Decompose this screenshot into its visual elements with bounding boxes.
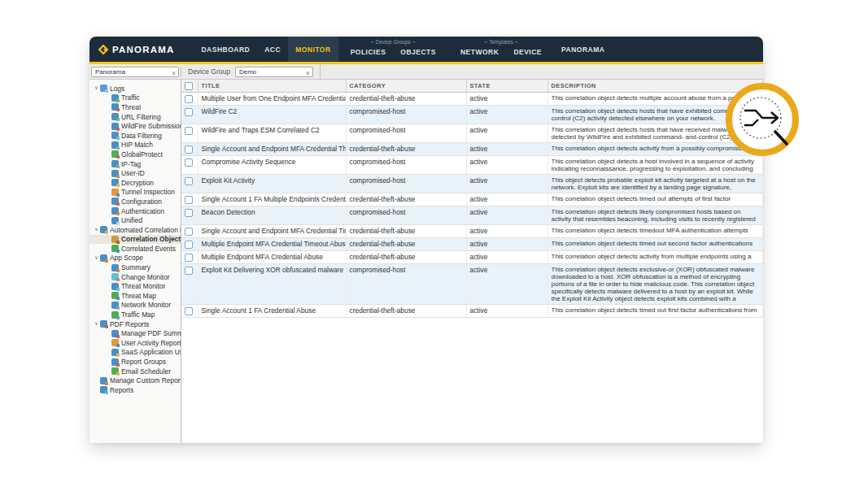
table-row[interactable]: Beacon Detectioncompromised-hostactiveTh…: [181, 206, 763, 225]
row-checkbox[interactable]: [185, 108, 193, 116]
cell-title[interactable]: Multiple Endpoint MFA Credential Timeout…: [198, 238, 346, 251]
cell-state: active: [466, 93, 547, 106]
sidebar-item-authentication[interactable]: Authentication: [89, 206, 181, 216]
table-row[interactable]: Single Account 1 FA Multiple Endpoints C…: [181, 193, 763, 206]
sidebar-item-correlated-events[interactable]: Correlated Events: [89, 244, 181, 254]
table-row[interactable]: Multiple User from One Endpoint MFA Cred…: [181, 93, 763, 106]
sidebar-item-traffic-map[interactable]: Traffic Map: [89, 310, 181, 319]
sidebar-item-tunnel-inspection[interactable]: Tunnel Inspection: [89, 188, 181, 198]
context-switcher-area: Panorama: [89, 67, 181, 77]
tab-acc[interactable]: ACC: [257, 37, 288, 62]
row-checkbox[interactable]: [185, 209, 193, 217]
row-checkbox[interactable]: [185, 158, 193, 167]
sidebar-item-label: Automated Correlation Engine: [110, 226, 181, 234]
sidebar-item-user-id[interactable]: User-ID: [89, 168, 181, 178]
sidebar-item-report-groups[interactable]: Report Groups: [89, 357, 181, 367]
table-row[interactable]: Exploit Kit Delivering XOR obfuscated ma…: [181, 264, 763, 305]
cell-title[interactable]: Single Account 1 FA Credential Abuse: [198, 305, 346, 318]
sidebar-item-change-monitor[interactable]: Change Monitor: [89, 272, 181, 282]
sidebar-item-traffic[interactable]: Traffic: [89, 93, 181, 103]
configuration-icon: [111, 198, 119, 205]
sidebar-item-unified[interactable]: Unified: [89, 215, 181, 225]
cell-title[interactable]: Single Account 1 FA Multiple Endpoints C…: [198, 193, 346, 206]
cell-title[interactable]: Beacon Detection: [198, 206, 346, 225]
sidebar-item-hip-match[interactable]: HIP Match: [89, 141, 181, 150]
chevron-down-icon[interactable]: [93, 319, 100, 328]
row-checkbox[interactable]: [185, 95, 193, 103]
sidebar-item-automated-correlation-engine[interactable]: Automated Correlation Engine: [89, 225, 181, 235]
table-row[interactable]: Single Account 1 FA Credential Abusecred…: [181, 305, 763, 318]
row-checkbox[interactable]: [185, 254, 193, 262]
cell-title[interactable]: Single Account and Endpoint MFA Credenti…: [198, 143, 346, 156]
sidebar-item-label: Reports: [110, 386, 133, 394]
sidebar-item-label: Manage PDF Summary: [121, 329, 181, 337]
row-checkbox-cell: [181, 264, 198, 305]
sidebar-item-ip-tag[interactable]: IP-Tag: [89, 159, 181, 169]
threat-map-icon: [111, 292, 119, 299]
row-checkbox[interactable]: [185, 228, 193, 236]
sidebar-item-summary[interactable]: Summary: [89, 263, 181, 272]
cell-title[interactable]: Exploit Kit Activity: [198, 175, 346, 193]
cell-title[interactable]: Multiple Endpoint MFA Credential Abuse: [198, 251, 346, 264]
context-select[interactable]: Panorama: [91, 67, 179, 77]
sidebar-item-logs[interactable]: Logs: [89, 84, 181, 93]
tab-panorama[interactable]: PANORAMA: [554, 37, 612, 62]
sidebar-item-network-monitor[interactable]: Network Monitor: [89, 301, 181, 310]
row-checkbox[interactable]: [185, 145, 193, 154]
cell-title[interactable]: Single Account and Endpoint MFA Credenti…: [198, 225, 346, 238]
column-header-title[interactable]: TITLE: [198, 80, 346, 93]
sidebar-item-decryption[interactable]: Decryption: [89, 178, 181, 188]
select-all-checkbox[interactable]: [185, 82, 193, 90]
table-row[interactable]: Single Account and Endpoint MFA Credenti…: [181, 143, 763, 156]
tab-dashboard[interactable]: DASHBOARD: [194, 37, 257, 62]
sidebar-item-threat[interactable]: Threat: [89, 102, 181, 112]
chevron-down-icon[interactable]: [93, 254, 100, 263]
row-checkbox[interactable]: [185, 241, 193, 249]
sidebar-item-email-scheduler[interactable]: Email Scheduler: [89, 367, 181, 376]
sidebar-item-manage-custom-reports[interactable]: Manage Custom Reports: [89, 376, 181, 385]
column-header-category[interactable]: CATEGORY: [346, 80, 466, 93]
row-checkbox[interactable]: [185, 267, 193, 275]
cell-state: active: [466, 143, 547, 156]
sidebar-item-pdf-reports[interactable]: PDF Reports: [89, 319, 181, 329]
sidebar-item-threat-monitor[interactable]: Threat Monitor: [89, 281, 181, 291]
sidebar-item-user-activity-report[interactable]: User Activity Report: [89, 338, 181, 348]
sidebar-item-url-filtering[interactable]: URL Filtering: [89, 112, 181, 122]
table-row[interactable]: Multiple Endpoint MFA Credential Timeout…: [181, 238, 763, 251]
cell-title[interactable]: WildFire and Traps ESM Correlated C2: [198, 124, 346, 143]
column-header-description[interactable]: DESCRIPTION: [547, 80, 763, 93]
sidebar-item-correlation-objects[interactable]: Correlation Objects: [89, 235, 181, 245]
cell-title[interactable]: Compromise Activity Sequence: [198, 156, 346, 175]
sidebar-item-label: Decryption: [121, 179, 154, 187]
table-row[interactable]: Exploit Kit Activitycompromised-hostacti…: [181, 175, 763, 193]
sidebar-item-configuration[interactable]: Configuration: [89, 197, 181, 206]
threat-icon: [111, 103, 119, 111]
sidebar-item-saas-application-usage[interactable]: SaaS Application Usage: [89, 348, 181, 358]
sidebar-item-manage-pdf-summary[interactable]: Manage PDF Summary: [89, 328, 181, 338]
tab-monitor[interactable]: MONITOR: [288, 37, 338, 62]
row-checkbox[interactable]: [185, 177, 193, 185]
table-row[interactable]: WildFire and Traps ESM Correlated C2comp…: [181, 124, 763, 143]
cell-title[interactable]: Exploit Kit Delivering XOR obfuscated ma…: [198, 264, 346, 305]
cell-title[interactable]: Multiple User from One Endpoint MFA Cred…: [198, 93, 346, 106]
sidebar-item-data-filtering[interactable]: Data Filtering: [89, 131, 181, 141]
table-row[interactable]: WildFire C2compromised-hostactiveThis co…: [181, 106, 763, 124]
row-checkbox[interactable]: [185, 196, 193, 204]
row-checkbox[interactable]: [185, 307, 193, 315]
sidebar-item-reports[interactable]: Reports: [89, 385, 181, 395]
table-row[interactable]: Single Account and Endpoint MFA Credenti…: [181, 225, 763, 238]
table-row[interactable]: Multiple Endpoint MFA Credential Abusecr…: [181, 251, 763, 264]
cell-title[interactable]: WildFire C2: [198, 106, 346, 124]
sidebar-item-globalprotect[interactable]: GlobalProtect: [89, 150, 181, 159]
chevron-down-icon[interactable]: [93, 84, 100, 93]
row-checkbox[interactable]: [185, 127, 193, 135]
column-header-state[interactable]: STATE: [466, 80, 547, 93]
row-checkbox-cell: [181, 206, 198, 225]
device-group-select[interactable]: Demo: [235, 67, 313, 77]
table-row[interactable]: Compromise Activity Sequencecompromised-…: [181, 156, 763, 175]
sidebar-item-wildfire-submissions[interactable]: WildFire Submissions: [89, 121, 181, 131]
authentication-icon: [111, 207, 119, 215]
sidebar-item-threat-map[interactable]: Threat Map: [89, 291, 181, 301]
chevron-down-icon[interactable]: [93, 225, 100, 234]
sidebar-item-app-scope[interactable]: App Scope: [89, 254, 181, 263]
